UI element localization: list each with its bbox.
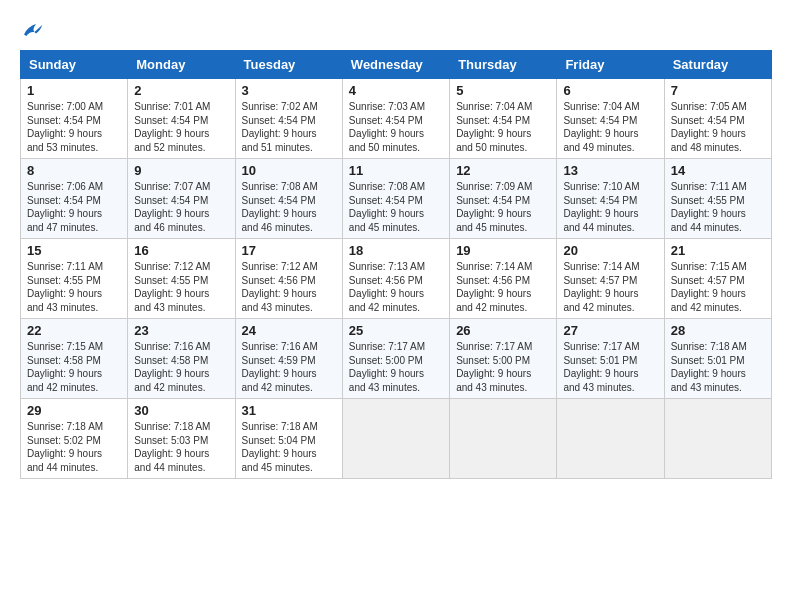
- day-info: Sunrise: 7:02 AMSunset: 4:54 PMDaylight:…: [242, 100, 336, 154]
- day-info: Sunrise: 7:00 AMSunset: 4:54 PMDaylight:…: [27, 100, 121, 154]
- calendar-cell: 16Sunrise: 7:12 AMSunset: 4:55 PMDayligh…: [128, 239, 235, 319]
- calendar-cell: 19Sunrise: 7:14 AMSunset: 4:56 PMDayligh…: [450, 239, 557, 319]
- day-number: 25: [349, 323, 443, 338]
- calendar-cell: 22Sunrise: 7:15 AMSunset: 4:58 PMDayligh…: [21, 319, 128, 399]
- day-number: 23: [134, 323, 228, 338]
- day-info: Sunrise: 7:15 AMSunset: 4:57 PMDaylight:…: [671, 260, 765, 314]
- day-number: 21: [671, 243, 765, 258]
- calendar-cell: 27Sunrise: 7:17 AMSunset: 5:01 PMDayligh…: [557, 319, 664, 399]
- day-info: Sunrise: 7:11 AMSunset: 4:55 PMDaylight:…: [671, 180, 765, 234]
- day-info: Sunrise: 7:03 AMSunset: 4:54 PMDaylight:…: [349, 100, 443, 154]
- header: [20, 20, 772, 40]
- weekday-header-thursday: Thursday: [450, 51, 557, 79]
- calendar-cell: 12Sunrise: 7:09 AMSunset: 4:54 PMDayligh…: [450, 159, 557, 239]
- day-info: Sunrise: 7:18 AMSunset: 5:03 PMDaylight:…: [134, 420, 228, 474]
- calendar-cell: [342, 399, 449, 479]
- calendar-cell: 8Sunrise: 7:06 AMSunset: 4:54 PMDaylight…: [21, 159, 128, 239]
- calendar-cell: 25Sunrise: 7:17 AMSunset: 5:00 PMDayligh…: [342, 319, 449, 399]
- day-info: Sunrise: 7:18 AMSunset: 5:01 PMDaylight:…: [671, 340, 765, 394]
- day-info: Sunrise: 7:16 AMSunset: 4:59 PMDaylight:…: [242, 340, 336, 394]
- calendar-cell: 26Sunrise: 7:17 AMSunset: 5:00 PMDayligh…: [450, 319, 557, 399]
- day-info: Sunrise: 7:04 AMSunset: 4:54 PMDaylight:…: [456, 100, 550, 154]
- weekday-header-saturday: Saturday: [664, 51, 771, 79]
- weekday-header-sunday: Sunday: [21, 51, 128, 79]
- day-number: 10: [242, 163, 336, 178]
- day-info: Sunrise: 7:11 AMSunset: 4:55 PMDaylight:…: [27, 260, 121, 314]
- calendar-table: SundayMondayTuesdayWednesdayThursdayFrid…: [20, 50, 772, 479]
- day-number: 5: [456, 83, 550, 98]
- day-info: Sunrise: 7:05 AMSunset: 4:54 PMDaylight:…: [671, 100, 765, 154]
- calendar-cell: 20Sunrise: 7:14 AMSunset: 4:57 PMDayligh…: [557, 239, 664, 319]
- calendar-cell: 10Sunrise: 7:08 AMSunset: 4:54 PMDayligh…: [235, 159, 342, 239]
- calendar-cell: [557, 399, 664, 479]
- calendar-cell: 2Sunrise: 7:01 AMSunset: 4:54 PMDaylight…: [128, 79, 235, 159]
- logo: [20, 20, 48, 40]
- day-number: 13: [563, 163, 657, 178]
- weekday-header-friday: Friday: [557, 51, 664, 79]
- calendar-cell: 15Sunrise: 7:11 AMSunset: 4:55 PMDayligh…: [21, 239, 128, 319]
- day-number: 31: [242, 403, 336, 418]
- day-number: 7: [671, 83, 765, 98]
- day-number: 11: [349, 163, 443, 178]
- day-number: 3: [242, 83, 336, 98]
- day-number: 24: [242, 323, 336, 338]
- weekday-header-wednesday: Wednesday: [342, 51, 449, 79]
- weekday-header-tuesday: Tuesday: [235, 51, 342, 79]
- day-info: Sunrise: 7:17 AMSunset: 5:00 PMDaylight:…: [456, 340, 550, 394]
- weekday-header-monday: Monday: [128, 51, 235, 79]
- day-info: Sunrise: 7:12 AMSunset: 4:55 PMDaylight:…: [134, 260, 228, 314]
- calendar-cell: 9Sunrise: 7:07 AMSunset: 4:54 PMDaylight…: [128, 159, 235, 239]
- weekday-header-row: SundayMondayTuesdayWednesdayThursdayFrid…: [21, 51, 772, 79]
- calendar-cell: 5Sunrise: 7:04 AMSunset: 4:54 PMDaylight…: [450, 79, 557, 159]
- day-number: 16: [134, 243, 228, 258]
- day-info: Sunrise: 7:16 AMSunset: 4:58 PMDaylight:…: [134, 340, 228, 394]
- day-number: 28: [671, 323, 765, 338]
- calendar-cell: 21Sunrise: 7:15 AMSunset: 4:57 PMDayligh…: [664, 239, 771, 319]
- calendar-cell: 31Sunrise: 7:18 AMSunset: 5:04 PMDayligh…: [235, 399, 342, 479]
- day-info: Sunrise: 7:18 AMSunset: 5:04 PMDaylight:…: [242, 420, 336, 474]
- calendar-cell: 30Sunrise: 7:18 AMSunset: 5:03 PMDayligh…: [128, 399, 235, 479]
- day-info: Sunrise: 7:14 AMSunset: 4:57 PMDaylight:…: [563, 260, 657, 314]
- logo-icon: [20, 20, 44, 40]
- day-number: 12: [456, 163, 550, 178]
- calendar-cell: 1Sunrise: 7:00 AMSunset: 4:54 PMDaylight…: [21, 79, 128, 159]
- calendar-cell: [450, 399, 557, 479]
- calendar-cell: 7Sunrise: 7:05 AMSunset: 4:54 PMDaylight…: [664, 79, 771, 159]
- day-info: Sunrise: 7:04 AMSunset: 4:54 PMDaylight:…: [563, 100, 657, 154]
- day-info: Sunrise: 7:08 AMSunset: 4:54 PMDaylight:…: [242, 180, 336, 234]
- calendar-cell: 4Sunrise: 7:03 AMSunset: 4:54 PMDaylight…: [342, 79, 449, 159]
- calendar-cell: 23Sunrise: 7:16 AMSunset: 4:58 PMDayligh…: [128, 319, 235, 399]
- day-number: 14: [671, 163, 765, 178]
- day-number: 20: [563, 243, 657, 258]
- day-info: Sunrise: 7:08 AMSunset: 4:54 PMDaylight:…: [349, 180, 443, 234]
- day-info: Sunrise: 7:15 AMSunset: 4:58 PMDaylight:…: [27, 340, 121, 394]
- calendar-cell: 24Sunrise: 7:16 AMSunset: 4:59 PMDayligh…: [235, 319, 342, 399]
- day-number: 4: [349, 83, 443, 98]
- day-number: 9: [134, 163, 228, 178]
- day-number: 26: [456, 323, 550, 338]
- day-info: Sunrise: 7:18 AMSunset: 5:02 PMDaylight:…: [27, 420, 121, 474]
- day-info: Sunrise: 7:01 AMSunset: 4:54 PMDaylight:…: [134, 100, 228, 154]
- day-number: 29: [27, 403, 121, 418]
- day-number: 8: [27, 163, 121, 178]
- calendar-week-row: 8Sunrise: 7:06 AMSunset: 4:54 PMDaylight…: [21, 159, 772, 239]
- day-info: Sunrise: 7:09 AMSunset: 4:54 PMDaylight:…: [456, 180, 550, 234]
- day-info: Sunrise: 7:17 AMSunset: 5:00 PMDaylight:…: [349, 340, 443, 394]
- day-info: Sunrise: 7:14 AMSunset: 4:56 PMDaylight:…: [456, 260, 550, 314]
- day-number: 15: [27, 243, 121, 258]
- day-number: 18: [349, 243, 443, 258]
- calendar-week-row: 22Sunrise: 7:15 AMSunset: 4:58 PMDayligh…: [21, 319, 772, 399]
- calendar-cell: 11Sunrise: 7:08 AMSunset: 4:54 PMDayligh…: [342, 159, 449, 239]
- calendar-cell: 6Sunrise: 7:04 AMSunset: 4:54 PMDaylight…: [557, 79, 664, 159]
- day-info: Sunrise: 7:12 AMSunset: 4:56 PMDaylight:…: [242, 260, 336, 314]
- day-number: 27: [563, 323, 657, 338]
- day-number: 1: [27, 83, 121, 98]
- calendar-cell: 28Sunrise: 7:18 AMSunset: 5:01 PMDayligh…: [664, 319, 771, 399]
- calendar-week-row: 15Sunrise: 7:11 AMSunset: 4:55 PMDayligh…: [21, 239, 772, 319]
- day-number: 17: [242, 243, 336, 258]
- day-info: Sunrise: 7:07 AMSunset: 4:54 PMDaylight:…: [134, 180, 228, 234]
- day-number: 19: [456, 243, 550, 258]
- calendar-cell: 29Sunrise: 7:18 AMSunset: 5:02 PMDayligh…: [21, 399, 128, 479]
- day-info: Sunrise: 7:10 AMSunset: 4:54 PMDaylight:…: [563, 180, 657, 234]
- day-number: 30: [134, 403, 228, 418]
